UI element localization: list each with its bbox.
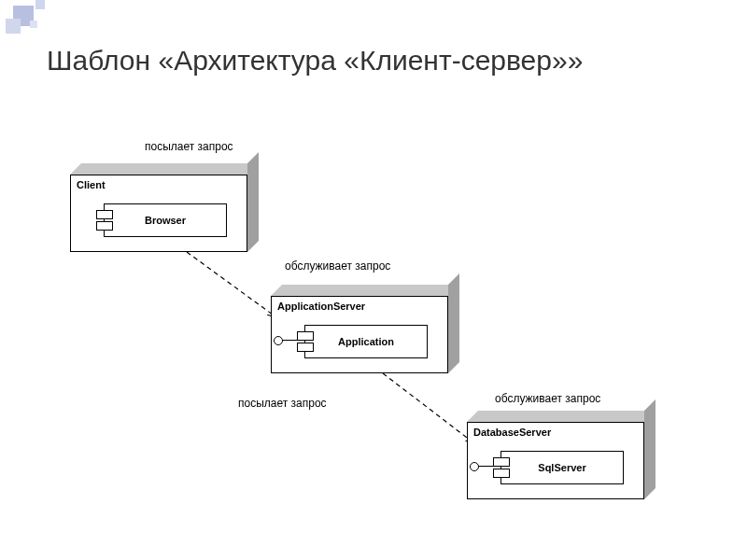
component-browser: Browser bbox=[104, 203, 227, 237]
architecture-diagram: посылает запрос обслуживает запрос посыл… bbox=[0, 112, 747, 560]
component-sqlserver: SqlServer bbox=[500, 451, 624, 484]
component-application-label: Application bbox=[338, 336, 394, 347]
node-appserver-title: ApplicationServer bbox=[277, 301, 365, 312]
svg-line-0 bbox=[187, 252, 276, 317]
node-client: Client Browser bbox=[70, 163, 247, 252]
node-dbserver: DatabaseServer SqlServer bbox=[467, 411, 644, 499]
node-client-title: Client bbox=[77, 179, 106, 190]
component-application: Application bbox=[304, 325, 428, 358]
component-browser-label: Browser bbox=[145, 215, 186, 226]
node-dbserver-title: DatabaseServer bbox=[473, 427, 551, 438]
node-appserver: ApplicationServer Application bbox=[271, 285, 448, 373]
slide-title: Шаблон «Архитектура «Клиент-сервер»» bbox=[47, 45, 583, 77]
svg-line-1 bbox=[383, 373, 474, 443]
component-sqlserver-label: SqlServer bbox=[538, 462, 585, 473]
